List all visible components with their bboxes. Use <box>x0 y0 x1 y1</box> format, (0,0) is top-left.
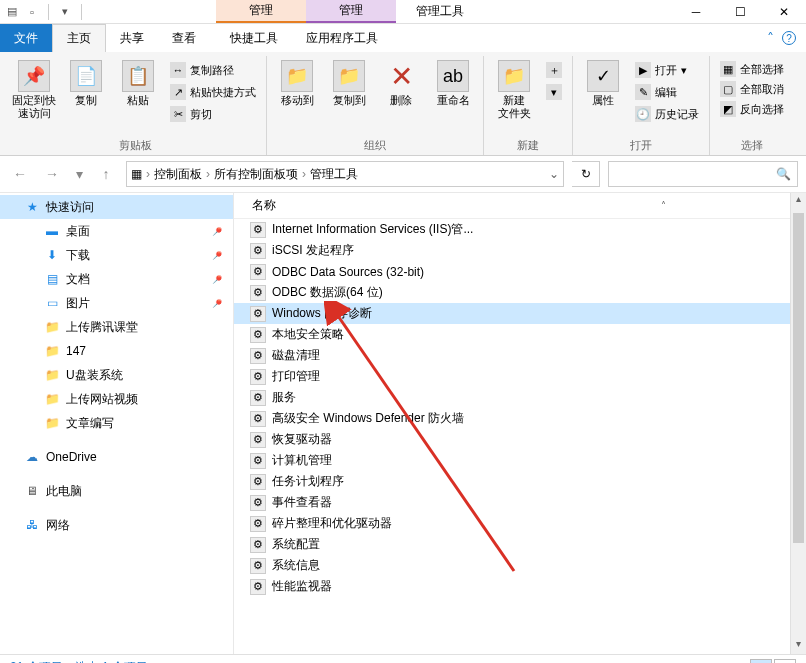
vertical-scrollbar[interactable]: ▴ ▾ <box>790 193 806 654</box>
sidebar-network[interactable]: 🖧网络 <box>0 513 233 537</box>
list-item[interactable]: ⚙ODBC 数据源(64 位) <box>234 282 806 303</box>
new-folder-button[interactable]: 📁 新建 文件夹 <box>490 56 538 136</box>
sidebar-folder-3[interactable]: 📁U盘装系统 <box>0 363 233 387</box>
copy-icon: 📄 <box>70 60 102 92</box>
forward-button[interactable]: → <box>40 162 64 186</box>
recent-dropdown[interactable]: ▾ <box>72 162 86 186</box>
list-item[interactable]: ⚙ODBC Data Sources (32-bit) <box>234 261 806 282</box>
ribbon-tab-shortcut-tools[interactable]: 快捷工具 <box>216 24 292 52</box>
list-item[interactable]: ⚙iSCSI 发起程序 <box>234 240 806 261</box>
list-item-label: Internet Information Services (IIS)管... <box>272 221 473 238</box>
ribbon-tab-app-tools[interactable]: 应用程序工具 <box>292 24 392 52</box>
scroll-thumb[interactable] <box>793 213 804 543</box>
list-item[interactable]: ⚙系统信息 <box>234 555 806 576</box>
invert-selection-button[interactable]: ◩反向选择 <box>716 100 788 118</box>
open-icon: ▶ <box>635 62 651 78</box>
group-label-clipboard: 剪贴板 <box>10 136 260 155</box>
breadcrumb-3[interactable]: 管理工具 <box>310 166 358 183</box>
sidebar-folder-5[interactable]: 📁文章编写 <box>0 411 233 435</box>
pc-icon: 🖥 <box>24 483 40 499</box>
scroll-down-icon[interactable]: ▾ <box>791 638 806 654</box>
sidebar-quick-access[interactable]: ★快速访问 <box>0 195 233 219</box>
qa-dropdown-icon[interactable]: ▾ <box>57 4 73 20</box>
address-dropdown-icon[interactable]: ⌄ <box>549 167 559 181</box>
delete-button[interactable]: ✕ 删除 <box>377 56 425 136</box>
sidebar-folder-4[interactable]: 📁上传网站视频 <box>0 387 233 411</box>
paste-button[interactable]: 📋 粘贴 <box>114 56 162 136</box>
icons-view-button[interactable]: ▦ <box>774 659 796 664</box>
list-item[interactable]: ⚙碎片整理和优化驱动器 <box>234 513 806 534</box>
properties-button[interactable]: ✓ 属性 <box>579 56 627 136</box>
history-button[interactable]: 🕘历史记录 <box>631 104 703 124</box>
sidebar-documents[interactable]: ▤文档📍 <box>0 267 233 291</box>
copy-button[interactable]: 📄 复制 <box>62 56 110 136</box>
sidebar-onedrive[interactable]: ☁OneDrive <box>0 445 233 469</box>
sidebar-desktop[interactable]: ▬桌面📍 <box>0 219 233 243</box>
sidebar-folder-1[interactable]: 📁上传腾讯课堂 <box>0 315 233 339</box>
pin-icon: 📍 <box>209 271 225 287</box>
search-box[interactable]: 🔍 <box>608 161 798 187</box>
sidebar[interactable]: ★快速访问 ▬桌面📍 ⬇下载📍 ▤文档📍 ▭图片📍 📁上传腾讯课堂 📁147 📁… <box>0 193 234 654</box>
shortcut-icon: ⚙ <box>250 495 266 511</box>
address-bar[interactable]: ▦ › 控制面板 › 所有控制面板项 › 管理工具 ⌄ <box>126 161 564 187</box>
scroll-up-icon[interactable]: ▴ <box>791 193 806 209</box>
list-item[interactable]: ⚙高级安全 Windows Defender 防火墙 <box>234 408 806 429</box>
ribbon-tab-share[interactable]: 共享 <box>106 24 158 52</box>
up-button[interactable]: ↑ <box>94 162 118 186</box>
open-button[interactable]: ▶打开 ▾ <box>631 60 703 80</box>
list-item[interactable]: ⚙性能监视器 <box>234 576 806 597</box>
shortcut-icon: ⚙ <box>250 537 266 553</box>
pin-quick-access-button[interactable]: 📌 固定到快 速访问 <box>10 56 58 136</box>
group-label-new: 新建 <box>490 136 566 155</box>
select-none-button[interactable]: ▢全部取消 <box>716 80 788 98</box>
maximize-button[interactable]: ☐ <box>718 0 762 24</box>
list-item[interactable]: ⚙计算机管理 <box>234 450 806 471</box>
qa-new-icon[interactable]: ▫ <box>24 4 40 20</box>
system-menu-icon[interactable]: ▤ <box>4 4 20 20</box>
file-list[interactable]: ⚙Internet Information Services (IIS)管...… <box>234 219 806 655</box>
cut-button[interactable]: ✂剪切 <box>166 104 260 124</box>
context-tab-shortcut: 管理 <box>216 0 306 23</box>
minimize-button[interactable]: ─ <box>674 0 718 24</box>
sidebar-this-pc[interactable]: 🖥此电脑 <box>0 479 233 503</box>
back-button[interactable]: ← <box>8 162 32 186</box>
list-item-label: 高级安全 Windows Defender 防火墙 <box>272 410 464 427</box>
list-item[interactable]: ⚙事件查看器 <box>234 492 806 513</box>
ribbon-tab-view[interactable]: 查看 <box>158 24 210 52</box>
new-item-button[interactable]: ＋ <box>542 60 566 80</box>
column-header-name[interactable]: 名称 ˄ <box>234 193 806 219</box>
easy-access-button[interactable]: ▾ <box>542 82 566 102</box>
ribbon-tab-home[interactable]: 主页 <box>52 24 106 52</box>
ribbon-tab-file[interactable]: 文件 <box>0 24 52 52</box>
shortcut-icon: ⚙ <box>250 243 266 259</box>
ribbon-collapse-icon[interactable]: ˄ <box>767 30 774 46</box>
details-view-button[interactable]: ≡ <box>750 659 772 664</box>
edit-button[interactable]: ✎编辑 <box>631 82 703 102</box>
list-item[interactable]: ⚙Internet Information Services (IIS)管... <box>234 219 806 240</box>
sidebar-pictures[interactable]: ▭图片📍 <box>0 291 233 315</box>
list-item[interactable]: ⚙Windows 内存诊断 <box>234 303 806 324</box>
sidebar-downloads[interactable]: ⬇下载📍 <box>0 243 233 267</box>
breadcrumb-1[interactable]: 控制面板 <box>154 166 202 183</box>
list-item[interactable]: ⚙恢复驱动器 <box>234 429 806 450</box>
content-pane: 名称 ˄ ⚙Internet Information Services (IIS… <box>234 193 806 654</box>
refresh-button[interactable]: ↻ <box>572 161 600 187</box>
list-item[interactable]: ⚙任务计划程序 <box>234 471 806 492</box>
list-item-label: 系统配置 <box>272 536 320 553</box>
move-to-button[interactable]: 📁 移动到 <box>273 56 321 136</box>
close-button[interactable]: ✕ <box>762 0 806 24</box>
copy-to-button[interactable]: 📁 复制到 <box>325 56 373 136</box>
easy-access-icon: ▾ <box>546 84 562 100</box>
list-item[interactable]: ⚙磁盘清理 <box>234 345 806 366</box>
list-item[interactable]: ⚙本地安全策略 <box>234 324 806 345</box>
breadcrumb-2[interactable]: 所有控制面板项 <box>214 166 298 183</box>
copy-path-button[interactable]: ↔复制路径 <box>166 60 260 80</box>
select-all-button[interactable]: ▦全部选择 <box>716 60 788 78</box>
rename-button[interactable]: ab 重命名 <box>429 56 477 136</box>
help-icon[interactable]: ? <box>782 31 796 45</box>
list-item[interactable]: ⚙系统配置 <box>234 534 806 555</box>
paste-shortcut-button[interactable]: ↗粘贴快捷方式 <box>166 82 260 102</box>
list-item[interactable]: ⚙服务 <box>234 387 806 408</box>
list-item[interactable]: ⚙打印管理 <box>234 366 806 387</box>
sidebar-folder-2[interactable]: 📁147 <box>0 339 233 363</box>
